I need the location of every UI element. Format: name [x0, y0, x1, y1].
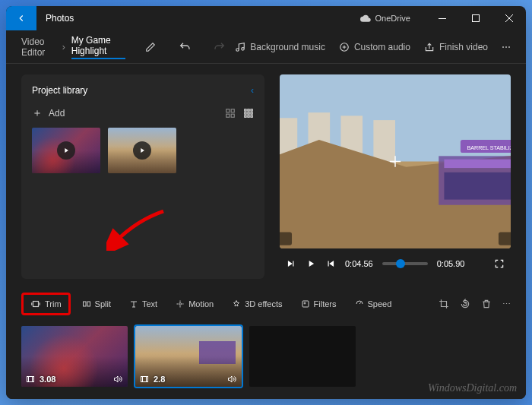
library-thumbnails — [32, 128, 254, 173]
svg-rect-12 — [251, 112, 252, 114]
more-timeline-button[interactable]: ⋯ — [502, 299, 511, 309]
svg-rect-15 — [251, 115, 252, 117]
timeline-area: Trim Split Text Motion 3D effects Filter… — [6, 285, 526, 399]
custom-audio-button[interactable]: Custom audio — [339, 42, 410, 52]
chevron-right-icon: › — [62, 42, 65, 52]
finish-video-button[interactable]: Finish video — [424, 42, 488, 52]
play-icon — [57, 141, 75, 160]
app-window: Photos OneDrive Video Editor › My Game H… — [6, 6, 526, 399]
app-title: Photos — [46, 13, 360, 24]
undo-button[interactable] — [179, 41, 191, 53]
svg-rect-14 — [248, 115, 249, 117]
play-icon — [133, 141, 151, 160]
timeline-toolbar: Trim Split Text Motion 3D effects Filter… — [21, 293, 511, 315]
motion-icon — [176, 299, 185, 308]
filters-icon — [301, 299, 310, 308]
timeline-clip-1[interactable]: 3.08 — [21, 326, 128, 387]
svg-point-35 — [304, 302, 306, 304]
play-button[interactable] — [306, 258, 316, 269]
clip-icon — [26, 375, 35, 383]
svg-point-33 — [179, 303, 182, 305]
svg-rect-25 — [444, 172, 511, 200]
svg-rect-5 — [226, 114, 230, 117]
redo-button[interactable] — [214, 41, 226, 53]
breadcrumb-root[interactable]: Video Editor — [21, 36, 56, 58]
svg-rect-3 — [226, 109, 230, 112]
seek-slider[interactable] — [382, 262, 428, 265]
music-icon — [235, 42, 245, 52]
rotate-button[interactable] — [460, 299, 470, 309]
edit-icon[interactable] — [145, 42, 156, 52]
effects-icon — [232, 299, 241, 308]
library-clip-1[interactable] — [32, 128, 100, 173]
add-button[interactable]: ＋ Add — [32, 106, 65, 120]
timeline-clips: 3.08 2.8 — [21, 326, 511, 387]
text-icon — [129, 299, 138, 308]
audio-icon — [339, 42, 350, 52]
split-icon — [82, 299, 91, 308]
grid-small-icon[interactable] — [243, 108, 254, 119]
timeline-empty-slot[interactable] — [249, 326, 356, 387]
svg-rect-11 — [248, 112, 249, 114]
project-library: Project library ‹ ＋ Add — [21, 74, 264, 279]
delete-button[interactable] — [481, 299, 492, 309]
svg-rect-0 — [439, 18, 446, 19]
prev-frame-button[interactable] — [286, 258, 296, 269]
speaker-icon[interactable] — [112, 375, 123, 384]
collapse-library-icon[interactable]: ‹ — [251, 85, 254, 96]
clip-duration: 3.08 — [40, 375, 55, 384]
more-button[interactable]: ⋯ — [502, 42, 511, 52]
preview-video[interactable]: BARREL STABILIZER — [280, 74, 511, 248]
filters-button[interactable]: Filters — [294, 295, 344, 313]
trim-icon — [30, 299, 41, 308]
grid-large-icon[interactable] — [225, 108, 236, 119]
next-frame-button[interactable] — [325, 258, 336, 269]
svg-rect-9 — [251, 109, 252, 111]
cloud-icon — [360, 14, 371, 22]
speaker-icon[interactable] — [226, 375, 237, 384]
svg-rect-13 — [245, 115, 246, 117]
svg-rect-32 — [87, 302, 90, 306]
timeline-clip-2[interactable]: 2.8 — [135, 326, 242, 387]
svg-rect-30 — [33, 302, 39, 307]
content-area: Project library ‹ ＋ Add — [6, 64, 526, 285]
preview-panel: BARREL STABILIZER 0:04.56 0:05.90 — [280, 74, 511, 279]
close-button[interactable] — [492, 6, 526, 30]
titlebar: Photos OneDrive — [6, 6, 526, 30]
background-music-button[interactable]: Background music — [235, 42, 325, 52]
3d-effects-button[interactable]: 3D effects — [225, 295, 289, 313]
text-button[interactable]: Text — [122, 295, 164, 313]
plus-icon: ＋ — [32, 106, 43, 120]
speed-icon — [355, 299, 364, 308]
clip-icon — [140, 375, 149, 383]
window-controls — [426, 6, 526, 30]
svg-rect-36 — [27, 377, 34, 382]
svg-rect-4 — [231, 109, 234, 112]
motion-button[interactable]: Motion — [169, 295, 220, 313]
svg-rect-10 — [245, 112, 246, 114]
svg-text:BARREL STABILIZER: BARREL STABILIZER — [467, 145, 511, 151]
svg-rect-7 — [245, 109, 246, 111]
minimize-button[interactable] — [426, 6, 459, 30]
maximize-button[interactable] — [459, 6, 492, 30]
preview-controls: 0:04.56 0:05.90 — [280, 248, 511, 279]
svg-rect-6 — [231, 114, 234, 117]
svg-rect-37 — [141, 377, 148, 382]
svg-rect-28 — [280, 233, 292, 245]
svg-rect-8 — [248, 109, 249, 111]
onedrive-status[interactable]: OneDrive — [360, 14, 410, 23]
main-toolbar: Video Editor › My Game Highlight Backgro… — [6, 30, 526, 64]
svg-rect-1 — [473, 15, 480, 22]
crop-button[interactable] — [439, 299, 449, 309]
svg-rect-29 — [499, 233, 511, 245]
speed-button[interactable]: Speed — [348, 295, 399, 313]
split-button[interactable]: Split — [75, 295, 118, 313]
trim-button[interactable]: Trim — [21, 293, 71, 315]
svg-rect-31 — [83, 302, 86, 306]
project-name[interactable]: My Game Highlight — [71, 35, 126, 59]
library-clip-2[interactable] — [108, 128, 176, 173]
fullscreen-button[interactable] — [494, 258, 505, 269]
svg-rect-24 — [444, 160, 511, 168]
back-button[interactable] — [6, 6, 36, 30]
total-time: 0:05.90 — [437, 259, 465, 268]
